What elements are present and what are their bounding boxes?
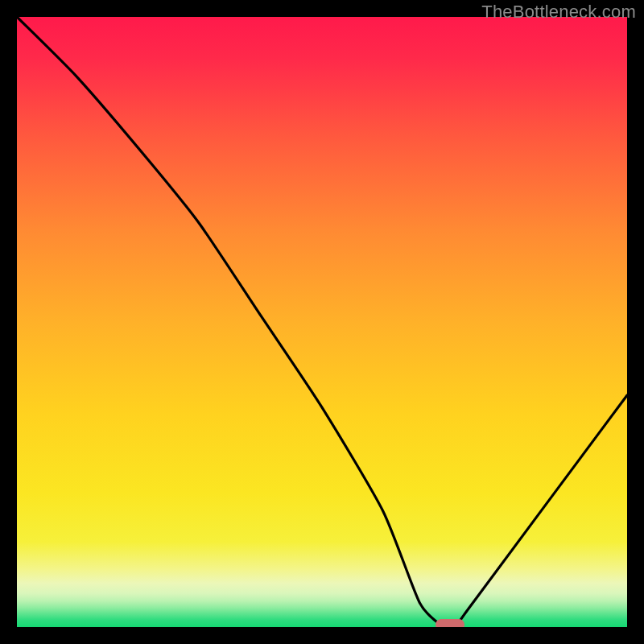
bottleneck-curve [17, 17, 627, 627]
watermark: TheBottleneck.com [481, 2, 636, 23]
plot-area [17, 17, 627, 627]
optimal-marker [436, 619, 464, 627]
chart-frame: TheBottleneck.com [0, 0, 644, 644]
